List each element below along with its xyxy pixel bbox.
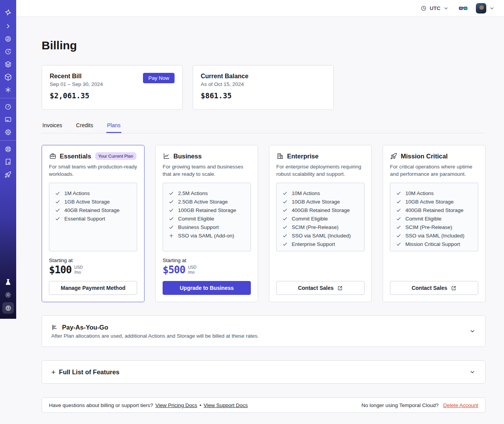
plan-feature: 400GB Retained Storage	[282, 206, 359, 214]
check-icon	[282, 190, 288, 196]
external-link-icon	[337, 285, 343, 291]
plan-description: For enterprise deployments requiring rob…	[276, 163, 365, 178]
check-icon	[396, 190, 402, 196]
chart-line-icon	[163, 152, 170, 160]
plan-feature: Business Support	[168, 223, 245, 231]
sidebar-divider	[0, 140, 16, 141]
sidebar-item-chevron-right[interactable]	[0, 20, 16, 32]
sidebar-item-usage[interactable]	[0, 100, 16, 113]
sidebar-item-billing-active[interactable]	[0, 301, 16, 315]
check-icon	[396, 233, 402, 239]
enterprise-cta-button[interactable]: Contact Sales	[276, 281, 365, 295]
labs-glasses-button[interactable]	[458, 3, 468, 13]
plan-feature-box: 10M Actions10GB Active Storage400GB Reta…	[390, 183, 478, 251]
chevron-down-icon	[489, 5, 495, 11]
sidebar-item-settings[interactable]	[0, 126, 16, 138]
plus-icon	[168, 233, 174, 239]
current-balance-asof: As of Oct 15, 2024	[201, 81, 326, 87]
timezone-selector[interactable]: UTC	[420, 5, 449, 12]
plan-feature: SSO via SAML (Included)	[282, 231, 359, 240]
current-plan-badge: Your Current Plan	[95, 152, 136, 160]
plan-name: Essentials	[60, 153, 91, 160]
plan-feature: 1M Actions	[55, 189, 131, 197]
recent-bill-card: Recent Bill Sep 01 – Sep 30, 2024 Pay No…	[42, 65, 183, 110]
billing-icon	[4, 116, 12, 123]
plan-feature: 10GB Active Storage	[396, 197, 472, 206]
sidebar-item-labs[interactable]	[0, 276, 16, 288]
delete-account-link[interactable]: Delete Account	[443, 402, 478, 408]
topbar: UTC	[16, 0, 504, 17]
tab-plans[interactable]: Plans	[106, 120, 121, 133]
check-icon	[282, 241, 288, 247]
chevron-down-icon	[469, 368, 476, 375]
check-icon	[168, 199, 174, 205]
plan-feature: SCIM (Pre-Release)	[282, 223, 359, 231]
support-docs-link[interactable]: View Support Docs	[203, 402, 248, 408]
tab-invoices[interactable]: Invoices	[42, 120, 63, 133]
plans-grid: Essentials Your Current Plan For small t…	[42, 145, 486, 302]
account-menu-button[interactable]	[476, 3, 495, 13]
sidebar-item-getting-started[interactable]	[0, 168, 16, 181]
check-icon	[282, 224, 288, 230]
plan-feature: Enterprise Support	[282, 240, 359, 248]
sidebar-item-temporal-logo[interactable]	[0, 5, 16, 20]
sidebar-item-docs[interactable]	[0, 155, 16, 168]
plan-name: Business	[173, 153, 202, 160]
schedules-icon	[4, 48, 12, 56]
full-features-accordion[interactable]: + Full List of Features	[42, 360, 486, 384]
tab-credits[interactable]: Credits	[75, 120, 94, 133]
check-icon	[396, 241, 402, 247]
price-period: /mo	[74, 270, 83, 275]
plan-feature: Commit Eligible	[168, 214, 245, 223]
recent-bill-title: Recent Bill	[50, 73, 103, 80]
plan-name: Mission Critical	[401, 153, 448, 160]
business-cta-button[interactable]: Upgrade to Business	[163, 281, 251, 295]
plan-feature: 10GB Active Storage	[282, 197, 359, 206]
plan-description: For critical operations where uptime and…	[390, 163, 478, 178]
current-balance-amount: $861.35	[201, 91, 326, 100]
chevron-right-icon	[4, 22, 12, 30]
check-icon	[396, 199, 402, 205]
plan-feature-box: 10M Actions10GB Active Storage400GB Reta…	[276, 183, 365, 251]
sidebar-item-billing[interactable]	[0, 113, 16, 126]
recent-bill-amount: $2,061.35	[50, 91, 175, 100]
check-icon	[168, 190, 174, 196]
sidebar-item-deployments[interactable]	[0, 71, 16, 83]
sidebar-item-nexus[interactable]	[0, 83, 16, 96]
nexus-icon	[4, 86, 12, 94]
payg-accordion[interactable]: Pay-As-You-Go After Plan allocations are…	[42, 315, 486, 347]
payg-description: After Plan allocations are used, additio…	[51, 333, 259, 339]
rocket-icon	[390, 152, 398, 160]
plan-feature: 400GB Retained Storage	[396, 206, 472, 214]
sidebar-item-namespaces[interactable]	[0, 32, 16, 45]
external-link-icon	[451, 285, 457, 291]
pricing-docs-link[interactable]: View Pricing Docs	[155, 402, 197, 408]
briefcase-icon	[49, 152, 57, 160]
essentials-cta-button[interactable]: Manage Payment Method	[49, 281, 137, 295]
plan-price: Starting at $500 USD /mo	[163, 257, 251, 276]
check-icon	[55, 190, 60, 196]
mission-critical-cta-button[interactable]: Contact Sales	[390, 281, 478, 295]
pay-now-button[interactable]: Pay Now	[143, 73, 175, 83]
plan-feature: 40GB Retained Storage	[55, 206, 131, 214]
sidebar-item-schedules[interactable]	[0, 45, 16, 58]
getting-started-icon	[4, 171, 12, 178]
current-balance-card: Current Balance As of Oct 15, 2024 $861.…	[193, 65, 334, 110]
billing-tabs: Invoices Credits Plans	[42, 120, 486, 133]
price-period: /mo	[188, 270, 197, 275]
settings-icon	[4, 128, 12, 136]
plan-feature: Commit Eligible	[282, 214, 359, 223]
check-icon	[55, 216, 60, 222]
price-amount: $500	[163, 264, 185, 276]
plus-icon: +	[51, 368, 55, 376]
sidebar-item-layers[interactable]	[0, 58, 16, 71]
labs-icon	[4, 278, 12, 286]
check-icon	[55, 199, 60, 205]
sidebar-item-support[interactable]	[0, 143, 16, 155]
3d-glasses-icon	[458, 3, 468, 13]
payg-chart-icon	[51, 324, 59, 331]
plan-name: Enterprise	[287, 153, 319, 160]
plan-feature: 10M Actions	[396, 189, 472, 197]
sidebar-item-theme[interactable]	[0, 288, 16, 301]
check-icon	[168, 224, 174, 230]
